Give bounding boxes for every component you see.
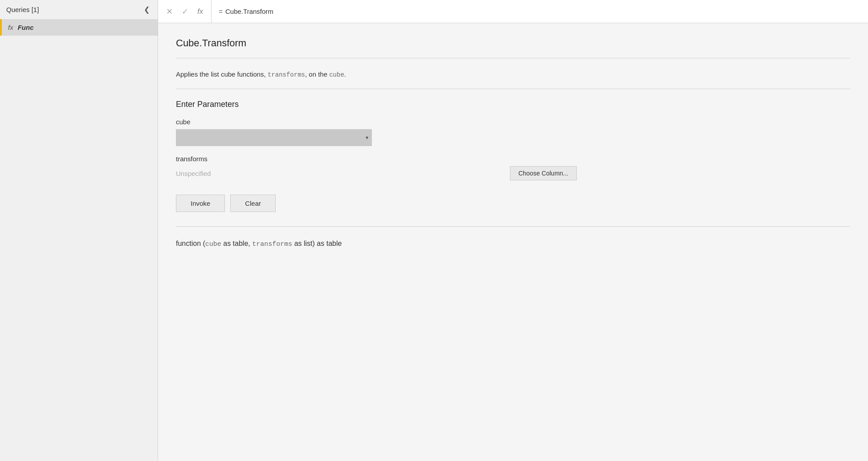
signature-text-3: as list) as table [292, 240, 342, 247]
choose-column-button[interactable]: Choose Column... [510, 166, 577, 180]
description-code-transforms: transforms [268, 71, 305, 78]
param-cube-group: cube ▾ [176, 118, 850, 146]
main-content: ✕ ✓ fx = Cube.Transform Cube.Transform A… [158, 0, 868, 461]
sidebar-item-func[interactable]: fx Func [0, 19, 158, 36]
param-cube-label: cube [176, 118, 850, 126]
param-transforms-unspecified: Unspecified [176, 170, 211, 177]
signature-text-2: as table, [221, 240, 252, 247]
fx-formula-button[interactable]: fx [195, 6, 206, 17]
sidebar-header: Queries [1] ❮ [0, 0, 158, 19]
signature-code-cube: cube [205, 241, 221, 248]
function-description: Applies the list cube functions, transfo… [176, 69, 850, 89]
sidebar-title: Queries [1] [6, 6, 39, 13]
chevron-left-icon: ❮ [144, 6, 150, 13]
transforms-row: Unspecified Choose Column... [176, 166, 577, 180]
function-signature-section: function (cube as table, transforms as l… [176, 226, 850, 250]
action-buttons: Invoke Clear [176, 195, 850, 212]
signature-text-1: function ( [176, 240, 205, 247]
description-code-cube: cube [329, 71, 344, 78]
sidebar-item-label: Func [18, 24, 34, 31]
collapse-button[interactable]: ❮ [142, 4, 151, 15]
clear-button[interactable]: Clear [230, 195, 276, 212]
param-transforms-group: transforms Unspecified Choose Column... [176, 155, 850, 180]
formula-bar: ✕ ✓ fx = Cube.Transform [158, 0, 868, 23]
description-text-1: Applies the list cube functions, [176, 70, 268, 78]
param-cube-dropdown-wrapper: ▾ [176, 129, 372, 146]
param-cube-dropdown[interactable] [176, 129, 372, 146]
formula-input-area[interactable]: = Cube.Transform [212, 8, 868, 15]
formula-equals: = [219, 8, 223, 15]
description-text-3: . [344, 70, 346, 78]
invoke-button[interactable]: Invoke [176, 195, 225, 212]
function-signature: function (cube as table, transforms as l… [176, 237, 850, 250]
param-transforms-label: transforms [176, 155, 850, 163]
cancel-formula-button[interactable]: ✕ [163, 6, 175, 17]
signature-code-transforms: transforms [252, 241, 292, 248]
parameters-section: Enter Parameters cube ▾ transforms Unspe… [176, 100, 850, 180]
description-text-2: , on the [305, 70, 329, 78]
confirm-formula-button[interactable]: ✓ [179, 6, 191, 17]
parameters-title: Enter Parameters [176, 100, 850, 109]
content-area: Cube.Transform Applies the list cube fun… [158, 23, 868, 461]
sidebar: Queries [1] ❮ fx Func [0, 0, 158, 461]
formula-text: Cube.Transform [225, 8, 273, 15]
formula-bar-buttons: ✕ ✓ fx [158, 0, 212, 23]
function-title: Cube.Transform [176, 37, 850, 58]
fx-icon: fx [8, 24, 13, 31]
